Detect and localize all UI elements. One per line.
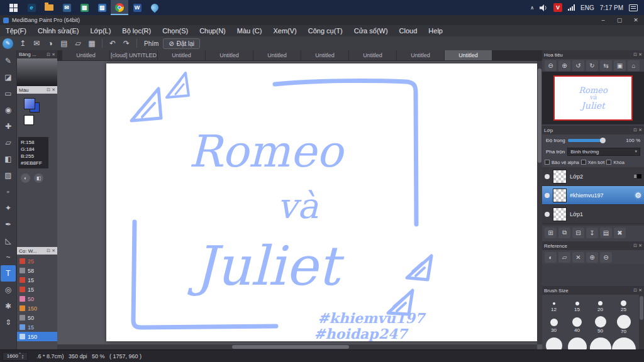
select-pen-tool[interactable]: ✒	[1, 216, 16, 233]
brush-size-option[interactable]: 15	[565, 299, 589, 312]
float-panel-icon[interactable]: ⊡	[47, 87, 50, 92]
document-tab[interactable]: Untitled	[253, 50, 301, 60]
speaker-icon[interactable]	[540, 4, 548, 11]
vertical-scrollbar[interactable]	[537, 61, 542, 344]
taskbar-app-paint[interactable]	[146, 0, 164, 15]
bucket-tool[interactable]: ◧	[1, 151, 16, 167]
scroll-tool[interactable]: ⇕	[1, 314, 16, 331]
document-tab[interactable]: Untitled	[397, 50, 444, 60]
layer-folder-button[interactable]: ▤	[600, 228, 612, 238]
zoom-spinner[interactable]: 1600 ˚ ▴ ▾	[3, 352, 28, 361]
reset-view-button[interactable]: ⌂	[628, 60, 640, 71]
rotate-left-button[interactable]: ↺	[572, 60, 584, 71]
menu-item-cua-so[interactable]: Cửa sổ(W)	[348, 27, 394, 35]
brush-item[interactable]: 15	[17, 285, 57, 294]
new-layer-button[interactable]: ⊞	[545, 228, 557, 238]
navigator-thumbnail[interactable]: Romeo và Juliet	[553, 75, 633, 121]
comment-button[interactable]: ✉	[30, 38, 43, 49]
layer-options-button[interactable]: ⊟	[572, 228, 584, 238]
eraser-tool[interactable]: ◪	[1, 69, 16, 85]
blend-mode-select[interactable]: Bình thường ▾	[567, 148, 640, 156]
layer-row[interactable]: Lớp1	[542, 205, 644, 224]
export-button[interactable]: ↥	[16, 38, 29, 49]
brush-item[interactable]: 15	[17, 275, 57, 285]
opacity-slider[interactable]	[568, 139, 603, 142]
shape-tool[interactable]: ◉	[1, 102, 16, 118]
taskbar-app-word[interactable]: W	[128, 0, 146, 15]
brush-item[interactable]: 25	[17, 256, 57, 266]
brush-size-option[interactable]	[589, 337, 612, 349]
move-tool[interactable]: ✚	[1, 118, 16, 134]
reset-button[interactable]: ⊘ Đặt lại	[163, 38, 200, 49]
document-tab[interactable]: [cloud] UNTITLED	[110, 50, 157, 60]
menu-item-help[interactable]: Help	[423, 27, 448, 35]
brush-size-option[interactable]	[565, 337, 589, 349]
grid-button[interactable]: ▦	[86, 38, 98, 49]
close-panel-icon[interactable]: ✕	[638, 243, 642, 248]
magic-wand-tool[interactable]: ✦	[1, 200, 16, 216]
menu-item-mau[interactable]: Màu (C)	[231, 27, 268, 35]
brush-size-option[interactable]: 70	[612, 315, 635, 334]
brush-size-option[interactable]: 20	[589, 299, 612, 312]
pen-tool[interactable]: ✎	[1, 53, 16, 69]
brush-size-scrollbar[interactable]	[639, 295, 644, 349]
brush-item-selected[interactable]: 150	[17, 332, 57, 341]
reference-open-button[interactable]: ▱	[558, 252, 570, 263]
horizontal-scrollbar[interactable]	[57, 344, 537, 349]
foreground-color-swatch[interactable]	[24, 98, 35, 109]
close-button[interactable]: ✕	[628, 15, 644, 25]
redo-button[interactable]: ↷	[120, 38, 133, 49]
rotate-right-button[interactable]: ↻	[586, 60, 598, 71]
layer-visibility-icon[interactable]	[545, 212, 550, 217]
brush-size-scrollbar-thumb[interactable]	[640, 296, 643, 320]
float-panel-icon[interactable]: ⊡	[633, 243, 637, 248]
spinner-arrows[interactable]: ▴ ▾	[22, 354, 24, 359]
layer-visibility-icon[interactable]	[545, 193, 550, 198]
pages-button[interactable]: ▱	[72, 38, 84, 49]
maximize-button[interactable]: ▢	[611, 15, 628, 25]
layer-settings-gear-icon[interactable]: ⚙	[635, 191, 641, 200]
menu-item-chinh-sua[interactable]: Chỉnh sửa(E)	[32, 27, 84, 35]
network-icon[interactable]	[568, 4, 575, 11]
minimize-button[interactable]: –	[595, 15, 611, 25]
flip-button[interactable]: ⇆	[600, 60, 612, 71]
layer-visibility-icon[interactable]	[545, 174, 550, 179]
menu-item-chon[interactable]: Chọn(S)	[157, 27, 194, 35]
select-area-tool[interactable]: ▫	[1, 184, 16, 200]
reference-color-button[interactable]: ◐	[545, 252, 557, 263]
reference-zoom-in-button[interactable]: ⊕	[586, 252, 598, 263]
menu-item-tep[interactable]: Tệp(F)	[0, 27, 32, 35]
menu-item-bo-loc[interactable]: Bộ lọc(R)	[116, 27, 157, 35]
active-brush-indicator[interactable]: ✎	[3, 38, 13, 49]
brush-size-option[interactable]: 25	[612, 299, 635, 312]
brush-size-option[interactable]: 30	[542, 315, 565, 334]
zoom-out-button[interactable]: ⊖	[545, 60, 557, 71]
opacity-slider-thumb[interactable]	[600, 138, 606, 143]
taskbar-app-explorer[interactable]	[40, 0, 58, 15]
brush-item[interactable]: 50	[17, 313, 57, 322]
text-tool[interactable]: T	[1, 265, 16, 282]
clock[interactable]: 7:17 PM	[600, 4, 623, 11]
protect-alpha-checkbox[interactable]	[545, 160, 550, 165]
hand-tool[interactable]: ✱	[1, 298, 16, 314]
undo-button[interactable]: ↶	[106, 38, 119, 49]
layer-row[interactable]: Lớp2 8	[542, 167, 644, 186]
brush-size-option[interactable]	[612, 337, 635, 349]
drawing-canvas[interactable]: Romeo và Juliet #khiemvu197 #hoidap247	[106, 63, 542, 341]
float-panel-icon[interactable]: ⊡	[47, 248, 50, 253]
tray-chevron-icon[interactable]: ∧	[530, 5, 534, 11]
palette-button[interactable]: ◑	[44, 38, 57, 49]
color-wheel-button[interactable]: ◐	[21, 173, 30, 183]
reference-zoom-out-button[interactable]: ⊖	[600, 252, 612, 263]
reference-clear-button[interactable]: ✕	[572, 252, 584, 263]
close-panel-icon[interactable]: ✕	[638, 288, 642, 293]
taskbar-app-photos[interactable]: ▨	[93, 0, 111, 15]
windows-start-button[interactable]	[4, 0, 23, 15]
rect-select-tool[interactable]: ▭	[1, 85, 16, 102]
float-panel-icon[interactable]: ⊡	[47, 52, 50, 57]
taskbar-app-edge[interactable]: e	[23, 0, 40, 15]
merge-down-button[interactable]: ↧	[586, 228, 598, 238]
language-indicator[interactable]: ENG	[580, 4, 594, 11]
color-picker-area[interactable]	[17, 58, 57, 86]
close-panel-icon[interactable]: ✕	[52, 52, 55, 57]
